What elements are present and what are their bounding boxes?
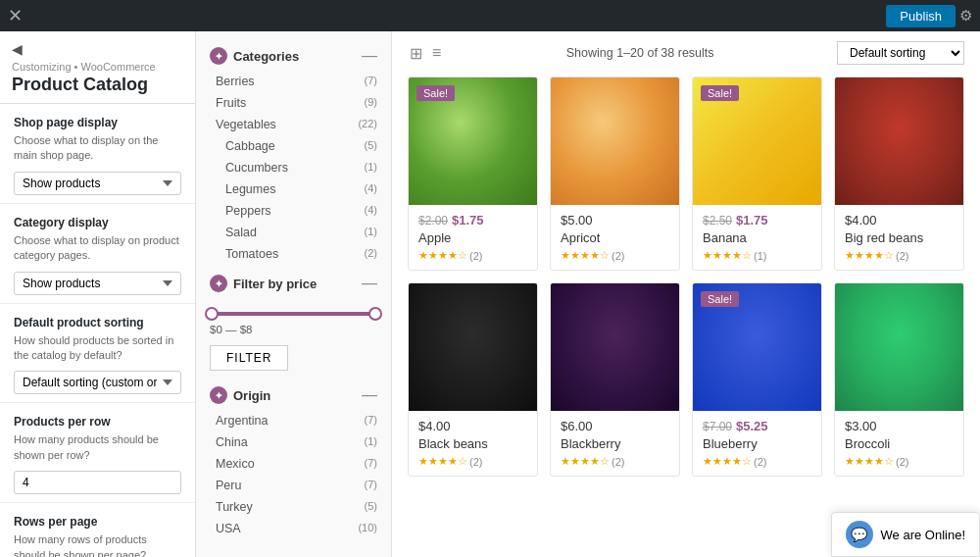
category-name: Fruits — [216, 96, 246, 110]
category-name: Tomatoes — [225, 247, 278, 261]
product-image — [551, 77, 679, 205]
product-grid: Sale! $2.00$1.75 Apple ★★★★☆ (2) $5.00 A… — [408, 76, 964, 477]
category-item[interactable]: Legumes(4) — [196, 178, 391, 200]
origin-collapse-icon[interactable]: — — [362, 387, 377, 403]
view-icons: ⊞ ≡ — [408, 42, 443, 65]
origin-item[interactable]: Argentina(7) — [196, 410, 391, 431]
category-item[interactable]: Vegetables(22) — [196, 114, 391, 135]
products-per-row-input[interactable] — [14, 471, 181, 494]
categories-collapse-icon[interactable]: — — [362, 48, 377, 64]
product-card[interactable]: Sale! $2.50$1.75 Banana ★★★★☆ (1) — [692, 76, 822, 271]
grid-view-icon[interactable]: ⊞ — [408, 42, 424, 65]
shop-display-section: Shop page display Choose what to display… — [0, 104, 195, 204]
origin-item[interactable]: China(1) — [196, 431, 391, 453]
product-info: $6.00 Blackberry ★★★★☆ (2) — [551, 411, 679, 476]
category-count: (4) — [365, 182, 377, 196]
price-icon: ✦ — [210, 275, 227, 292]
product-rating: ★★★★☆ (2) — [561, 249, 669, 262]
category-count: (7) — [365, 75, 377, 88]
rows-per-page-label: Rows per page — [14, 515, 181, 529]
product-price: $2.50$1.75 — [703, 213, 811, 228]
category-item[interactable]: Tomatoes(2) — [196, 243, 391, 265]
category-item[interactable]: Berries(7) — [196, 71, 391, 92]
product-price: $4.00 — [845, 213, 954, 228]
price-slider-min-thumb[interactable] — [205, 307, 219, 321]
product-info: $2.00$1.75 Apple ★★★★☆ (2) — [409, 205, 537, 270]
review-count: (1) — [754, 250, 766, 262]
category-display-select[interactable]: Show products Show subcategories Show bo… — [14, 272, 181, 295]
origin-header[interactable]: ✦ Origin — — [196, 380, 391, 410]
stars-icon: ★★★★☆ — [703, 249, 752, 262]
sale-badge: Sale! — [416, 85, 455, 101]
review-count: (2) — [612, 250, 624, 262]
origin-item[interactable]: USA(10) — [196, 518, 391, 539]
content-area: ⊞ ≡ Showing 1–20 of 38 results Default s… — [392, 31, 980, 557]
category-name: Berries — [216, 75, 255, 88]
origin-item[interactable]: Mexico(7) — [196, 453, 391, 475]
product-info: $4.00 Black beans ★★★★☆ (2) — [409, 411, 537, 476]
category-item[interactable]: Fruits(9) — [196, 92, 391, 114]
categories-header[interactable]: ✦ Categories — — [196, 41, 391, 71]
origin-count: (7) — [365, 414, 377, 428]
original-price: $7.00 — [703, 420, 732, 433]
product-card[interactable]: $6.00 Blackberry ★★★★☆ (2) — [550, 282, 680, 477]
sale-badge: Sale! — [701, 291, 739, 307]
product-card[interactable]: $5.00 Apricot ★★★★☆ (2) — [550, 76, 680, 271]
origin-count: (10) — [358, 522, 377, 535]
product-info: $7.00$5.25 Blueberry ★★★★☆ (2) — [693, 411, 821, 476]
price-slider-track — [210, 312, 377, 316]
product-card[interactable]: $4.00 Big red beans ★★★★☆ (2) — [834, 76, 964, 271]
products-per-row-section: Products per row How many products shoul… — [0, 403, 195, 503]
origin-list: Argentina(7)China(1)Mexico(7)Peru(7)Turk… — [196, 410, 391, 539]
product-card[interactable]: $4.00 Black beans ★★★★☆ (2) — [408, 282, 538, 477]
price-slider-max-thumb[interactable] — [368, 307, 382, 321]
price-collapse-icon[interactable]: — — [362, 276, 377, 291]
product-image: Sale! — [409, 77, 537, 205]
original-price: $2.50 — [703, 214, 732, 228]
rows-per-page-desc: How many rows of products should be show… — [14, 532, 181, 557]
price-header[interactable]: ✦ Filter by price — — [196, 269, 391, 298]
origin-item[interactable]: Peru(7) — [196, 475, 391, 496]
product-name: Blackberry — [561, 436, 669, 451]
category-name: Cabbage — [225, 139, 275, 153]
category-item[interactable]: Cucumbers(1) — [196, 157, 391, 178]
review-count: (2) — [469, 250, 482, 262]
sale-price: $1.75 — [736, 213, 768, 228]
product-image: Sale! — [693, 77, 821, 205]
gear-button[interactable]: ⚙ — [959, 7, 972, 25]
stars-icon: ★★★★☆ — [561, 249, 610, 262]
back-button[interactable]: ◀ — [12, 41, 183, 57]
sort-select[interactable]: Default sorting Popularity Price: low to… — [837, 41, 964, 65]
category-name: Legumes — [225, 182, 275, 196]
category-item[interactable]: Peppers(4) — [196, 200, 391, 222]
content-top-bar: ⊞ ≡ Showing 1–20 of 38 results Default s… — [408, 41, 964, 65]
main-layout: ◀ Customizing • WooCommerce Product Cata… — [0, 31, 980, 557]
product-image — [835, 77, 963, 205]
origin-item[interactable]: Turkey(5) — [196, 496, 391, 518]
origin-name: USA — [216, 522, 241, 535]
product-info: $5.00 Apricot ★★★★☆ (2) — [551, 205, 679, 270]
products-per-row-label: Products per row — [14, 415, 181, 429]
category-item[interactable]: Salad(1) — [196, 222, 391, 243]
shop-display-select[interactable]: Show products Show categories Show both — [14, 172, 181, 195]
product-card[interactable]: Sale! $7.00$5.25 Blueberry ★★★★☆ (2) — [692, 282, 822, 477]
product-card[interactable]: $3.00 Broccoli ★★★★☆ (2) — [834, 282, 964, 477]
category-item[interactable]: Cabbage(5) — [196, 135, 391, 157]
filter-apply-button[interactable]: FILTER — [210, 345, 288, 371]
categories-title: ✦ Categories — [210, 47, 299, 65]
default-sorting-select[interactable]: Default sorting (custom ordering + na Po… — [14, 371, 181, 394]
publish-button[interactable]: Publish — [886, 5, 956, 27]
list-view-icon[interactable]: ≡ — [430, 42, 443, 65]
filter-sidebar: ✦ Categories — Berries(7)Fruits(9)Vegeta… — [196, 31, 392, 557]
product-name: Broccoli — [845, 436, 954, 451]
panel-title: Product Catalog — [12, 75, 183, 95]
origin-name: Peru — [216, 479, 241, 492]
top-bar: ✕ Publish ⚙ — [0, 0, 980, 31]
close-icon[interactable]: ✕ — [8, 5, 23, 26]
chat-widget[interactable]: 💬 We are Online! — [831, 512, 980, 557]
product-rating: ★★★★☆ (2) — [561, 455, 669, 468]
product-name: Apricot — [561, 230, 669, 245]
product-card[interactable]: Sale! $2.00$1.75 Apple ★★★★☆ (2) — [408, 76, 538, 271]
price-title: ✦ Filter by price — [210, 275, 317, 292]
default-sorting-section: Default product sorting How should produ… — [0, 304, 195, 404]
